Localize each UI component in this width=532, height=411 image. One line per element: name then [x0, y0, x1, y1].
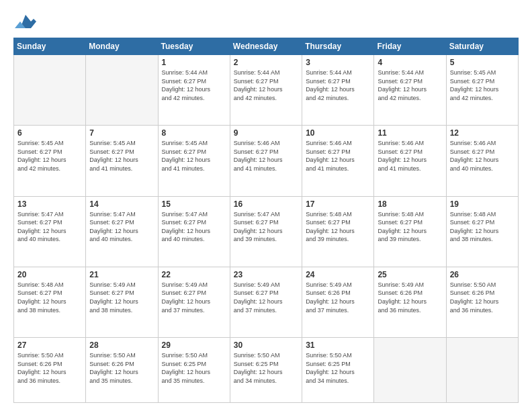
day-number: 18 [378, 199, 442, 209]
day-info: Sunrise: 5:47 AM Sunset: 6:27 PM Dayligh… [17, 210, 82, 244]
day-info: Sunrise: 5:50 AM Sunset: 6:26 PM Dayligh… [450, 281, 515, 314]
weekday-header-sunday: Sunday [14, 38, 86, 55]
day-info: Sunrise: 5:50 AM Sunset: 6:26 PM Dayligh… [17, 351, 82, 385]
day-info: Sunrise: 5:44 AM Sunset: 6:27 PM Dayligh… [378, 68, 442, 102]
day-number: 16 [234, 199, 298, 209]
day-number: 10 [306, 128, 370, 138]
day-info: Sunrise: 5:50 AM Sunset: 6:25 PM Dayligh… [162, 351, 226, 385]
weekday-header-monday: Monday [86, 38, 158, 55]
calendar-cell: 10Sunrise: 5:46 AM Sunset: 6:27 PM Dayli… [302, 126, 374, 196]
calendar-cell: 23Sunrise: 5:49 AM Sunset: 6:27 PM Dayli… [230, 267, 302, 337]
calendar-cell: 15Sunrise: 5:47 AM Sunset: 6:27 PM Dayli… [158, 196, 230, 267]
weekday-header-friday: Friday [374, 38, 446, 55]
day-number: 19 [450, 199, 515, 209]
day-number: 1 [162, 58, 226, 67]
day-number: 12 [450, 128, 515, 138]
calendar-cell: 25Sunrise: 5:49 AM Sunset: 6:26 PM Dayli… [374, 267, 446, 337]
day-info: Sunrise: 5:50 AM Sunset: 6:25 PM Dayligh… [306, 351, 370, 385]
day-info: Sunrise: 5:46 AM Sunset: 6:27 PM Dayligh… [450, 139, 515, 173]
day-number: 31 [306, 340, 370, 350]
day-info: Sunrise: 5:47 AM Sunset: 6:27 PM Dayligh… [234, 210, 298, 244]
day-info: Sunrise: 5:46 AM Sunset: 6:27 PM Dayligh… [378, 139, 442, 173]
day-info: Sunrise: 5:47 AM Sunset: 6:27 PM Dayligh… [89, 210, 154, 244]
day-number: 26 [450, 270, 515, 279]
weekday-header-thursday: Thursday [302, 38, 374, 55]
calendar-cell: 29Sunrise: 5:50 AM Sunset: 6:25 PM Dayli… [158, 338, 230, 403]
calendar: SundayMondayTuesdayWednesdayThursdayFrid… [13, 38, 519, 403]
day-number: 13 [17, 199, 82, 209]
day-number: 15 [162, 199, 226, 209]
day-number: 29 [162, 340, 226, 350]
day-number: 4 [378, 58, 442, 67]
logo-icon [15, 12, 36, 31]
day-number: 9 [234, 128, 298, 138]
calendar-cell: 7Sunrise: 5:45 AM Sunset: 6:27 PM Daylig… [86, 126, 158, 196]
calendar-cell: 21Sunrise: 5:49 AM Sunset: 6:27 PM Dayli… [86, 267, 158, 337]
day-number: 14 [89, 199, 154, 209]
day-info: Sunrise: 5:49 AM Sunset: 6:27 PM Dayligh… [162, 281, 226, 314]
calendar-cell: 2Sunrise: 5:44 AM Sunset: 6:27 PM Daylig… [230, 55, 302, 126]
calendar-cell: 11Sunrise: 5:46 AM Sunset: 6:27 PM Dayli… [374, 126, 446, 196]
day-info: Sunrise: 5:48 AM Sunset: 6:27 PM Dayligh… [17, 281, 82, 314]
calendar-cell: 28Sunrise: 5:50 AM Sunset: 6:26 PM Dayli… [86, 338, 158, 403]
day-info: Sunrise: 5:44 AM Sunset: 6:27 PM Dayligh… [306, 68, 370, 102]
day-info: Sunrise: 5:50 AM Sunset: 6:26 PM Dayligh… [89, 351, 154, 385]
day-number: 8 [162, 128, 226, 138]
day-number: 28 [89, 340, 154, 350]
day-info: Sunrise: 5:45 AM Sunset: 6:27 PM Dayligh… [89, 139, 154, 173]
day-number: 25 [378, 270, 442, 279]
weekday-header-tuesday: Tuesday [158, 38, 230, 55]
calendar-cell: 30Sunrise: 5:50 AM Sunset: 6:25 PM Dayli… [230, 338, 302, 403]
day-number: 20 [17, 270, 82, 279]
calendar-cell: 3Sunrise: 5:44 AM Sunset: 6:27 PM Daylig… [302, 55, 374, 126]
week-row-4: 27Sunrise: 5:50 AM Sunset: 6:26 PM Dayli… [14, 338, 519, 403]
day-info: Sunrise: 5:47 AM Sunset: 6:27 PM Dayligh… [162, 210, 226, 244]
calendar-cell: 22Sunrise: 5:49 AM Sunset: 6:27 PM Dayli… [158, 267, 230, 337]
week-row-3: 20Sunrise: 5:48 AM Sunset: 6:27 PM Dayli… [14, 267, 519, 337]
calendar-cell [446, 338, 518, 403]
calendar-cell [14, 55, 86, 126]
calendar-cell: 1Sunrise: 5:44 AM Sunset: 6:27 PM Daylig… [158, 55, 230, 126]
day-number: 27 [17, 340, 82, 350]
day-info: Sunrise: 5:48 AM Sunset: 6:27 PM Dayligh… [306, 210, 370, 244]
day-info: Sunrise: 5:45 AM Sunset: 6:27 PM Dayligh… [162, 139, 226, 173]
calendar-cell: 26Sunrise: 5:50 AM Sunset: 6:26 PM Dayli… [446, 267, 518, 337]
header [13, 12, 519, 31]
calendar-cell: 20Sunrise: 5:48 AM Sunset: 6:27 PM Dayli… [14, 267, 86, 337]
calendar-cell: 27Sunrise: 5:50 AM Sunset: 6:26 PM Dayli… [14, 338, 86, 403]
day-info: Sunrise: 5:49 AM Sunset: 6:27 PM Dayligh… [89, 281, 154, 314]
weekday-header-row: SundayMondayTuesdayWednesdayThursdayFrid… [14, 38, 519, 55]
logo [13, 12, 36, 31]
calendar-cell: 17Sunrise: 5:48 AM Sunset: 6:27 PM Dayli… [302, 196, 374, 267]
calendar-cell [374, 338, 446, 403]
day-info: Sunrise: 5:48 AM Sunset: 6:27 PM Dayligh… [378, 210, 442, 244]
calendar-cell: 6Sunrise: 5:45 AM Sunset: 6:27 PM Daylig… [14, 126, 86, 196]
day-number: 24 [306, 270, 370, 279]
day-info: Sunrise: 5:46 AM Sunset: 6:27 PM Dayligh… [234, 139, 298, 173]
calendar-cell: 31Sunrise: 5:50 AM Sunset: 6:25 PM Dayli… [302, 338, 374, 403]
weekday-header-wednesday: Wednesday [230, 38, 302, 55]
calendar-cell: 13Sunrise: 5:47 AM Sunset: 6:27 PM Dayli… [14, 196, 86, 267]
calendar-cell: 8Sunrise: 5:45 AM Sunset: 6:27 PM Daylig… [158, 126, 230, 196]
week-row-2: 13Sunrise: 5:47 AM Sunset: 6:27 PM Dayli… [14, 196, 519, 267]
day-info: Sunrise: 5:44 AM Sunset: 6:27 PM Dayligh… [234, 68, 298, 102]
day-info: Sunrise: 5:45 AM Sunset: 6:27 PM Dayligh… [450, 68, 515, 102]
day-number: 5 [450, 58, 515, 67]
day-number: 21 [89, 270, 154, 279]
day-number: 3 [306, 58, 370, 67]
calendar-cell: 4Sunrise: 5:44 AM Sunset: 6:27 PM Daylig… [374, 55, 446, 126]
day-info: Sunrise: 5:48 AM Sunset: 6:27 PM Dayligh… [450, 210, 515, 244]
calendar-cell: 24Sunrise: 5:49 AM Sunset: 6:26 PM Dayli… [302, 267, 374, 337]
day-info: Sunrise: 5:49 AM Sunset: 6:26 PM Dayligh… [378, 281, 442, 314]
day-number: 11 [378, 128, 442, 138]
calendar-cell: 5Sunrise: 5:45 AM Sunset: 6:27 PM Daylig… [446, 55, 518, 126]
day-number: 23 [234, 270, 298, 279]
calendar-cell: 18Sunrise: 5:48 AM Sunset: 6:27 PM Dayli… [374, 196, 446, 267]
day-number: 22 [162, 270, 226, 279]
day-info: Sunrise: 5:49 AM Sunset: 6:27 PM Dayligh… [234, 281, 298, 314]
page: SundayMondayTuesdayWednesdayThursdayFrid… [0, 0, 532, 411]
calendar-cell: 9Sunrise: 5:46 AM Sunset: 6:27 PM Daylig… [230, 126, 302, 196]
calendar-cell: 19Sunrise: 5:48 AM Sunset: 6:27 PM Dayli… [446, 196, 518, 267]
week-row-0: 1Sunrise: 5:44 AM Sunset: 6:27 PM Daylig… [14, 55, 519, 126]
day-info: Sunrise: 5:46 AM Sunset: 6:27 PM Dayligh… [306, 139, 370, 173]
